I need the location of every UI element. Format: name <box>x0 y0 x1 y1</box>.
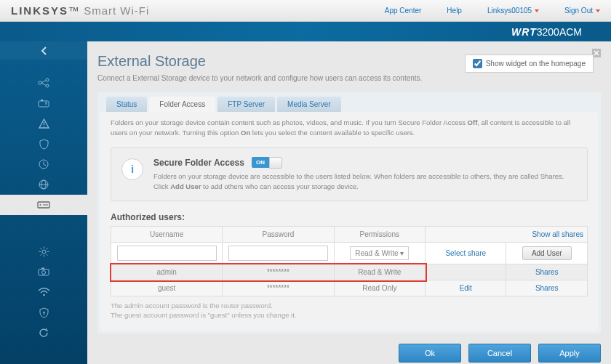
authorized-users-title: Authorized users: <box>111 212 588 222</box>
row-edit <box>426 264 506 280</box>
row-username: guest <box>111 280 223 296</box>
nav-help[interactable]: Help <box>447 7 462 15</box>
svg-rect-31 <box>41 268 44 270</box>
model-number: 3200ACM <box>537 26 582 38</box>
info-icon: i <box>121 158 143 180</box>
svg-point-32 <box>43 294 45 296</box>
new-password-input[interactable] <box>228 246 328 261</box>
row-shares-link[interactable]: Shares <box>535 268 559 276</box>
page-description: Connect a External Storage device to you… <box>97 74 601 82</box>
svg-point-10 <box>43 126 44 127</box>
brand: LINKSYS™ Smart Wi-Fi <box>11 4 149 17</box>
brand-light: Smart Wi-Fi <box>84 4 149 17</box>
model-name: WRT3200ACM <box>511 26 582 38</box>
svg-line-3 <box>41 81 46 84</box>
caret-down-icon <box>596 9 600 12</box>
tab-status[interactable]: Status <box>106 97 147 112</box>
folder-access-description: Folders on your storage device contain c… <box>111 118 588 139</box>
nav-account[interactable]: Linksys00105 <box>487 7 539 15</box>
nav-signout[interactable]: Sign Out <box>564 7 600 15</box>
sidebar <box>0 41 87 364</box>
svg-point-2 <box>46 84 49 87</box>
footer-notes: The admin account password is the router… <box>111 301 588 320</box>
row-edit-link[interactable]: Edit <box>460 284 472 292</box>
tab-media-server[interactable]: Media Server <box>277 97 340 112</box>
sidebar-item-clock[interactable] <box>0 154 87 174</box>
top-bar: LINKSYS™ Smart Wi-Fi App Center Help Lin… <box>0 0 611 22</box>
sidebar-item-alert[interactable] <box>0 113 87 134</box>
note-guest: The guest account password is "guest" un… <box>111 310 588 320</box>
header-bar: WRT3200ACM <box>0 22 611 41</box>
nav-account-label: Linksys00105 <box>487 7 532 15</box>
row-username: admin <box>111 264 223 280</box>
tab-folder-access[interactable]: Folder Access <box>149 97 215 112</box>
svg-rect-6 <box>41 100 43 101</box>
sidebar-item-storage[interactable] <box>0 195 87 215</box>
cancel-button[interactable]: Cancel <box>468 344 531 363</box>
sidebar-item-shield[interactable] <box>0 134 87 154</box>
show-all-shares[interactable]: Show all shares <box>426 227 588 243</box>
svg-line-26 <box>46 254 47 255</box>
toggle-on-label: ON <box>252 157 269 168</box>
tab-ftp-server[interactable]: FTP Server <box>217 97 275 112</box>
sidebar-item-globe[interactable] <box>0 174 87 195</box>
sidebar-item-camera[interactable] <box>0 262 87 282</box>
svg-point-0 <box>39 81 41 84</box>
secure-folder-box: i Secure Folder Access ON Folders on you… <box>111 147 588 202</box>
chevron-down-icon: ▾ <box>400 249 404 257</box>
sidebar-item-settings[interactable] <box>0 241 87 262</box>
svg-line-13 <box>44 164 46 166</box>
svg-point-33 <box>43 311 44 312</box>
svg-line-4 <box>41 83 46 86</box>
secure-folder-desc: Folders on your storage device are acces… <box>153 171 577 193</box>
svg-point-20 <box>42 250 46 254</box>
button-row: Ok Cancel Apply <box>97 344 601 363</box>
row-shares-link[interactable]: Shares <box>535 284 559 292</box>
select-share-link[interactable]: Select share <box>445 249 486 257</box>
sidebar-item-wifi[interactable] <box>0 282 87 302</box>
svg-point-18 <box>40 204 41 206</box>
row-permission: Read Only <box>334 280 425 296</box>
nav-signout-label: Sign Out <box>564 7 593 15</box>
row-password: ******** <box>223 280 334 296</box>
sidebar-item-network[interactable] <box>0 73 87 93</box>
col-permissions: Permissions <box>334 227 425 243</box>
back-button[interactable] <box>0 41 87 60</box>
sidebar-item-devices[interactable] <box>0 93 87 113</box>
sidebar-item-refresh[interactable] <box>0 323 87 343</box>
svg-line-27 <box>46 248 47 249</box>
svg-point-30 <box>42 271 46 275</box>
homepage-widget-checkbox[interactable]: Show widget on the homepage <box>465 54 594 73</box>
svg-line-28 <box>40 254 41 255</box>
svg-point-1 <box>46 78 49 81</box>
add-user-button[interactable]: Add User <box>522 246 572 260</box>
svg-line-25 <box>40 248 41 249</box>
sidebar-item-security[interactable] <box>0 302 87 323</box>
brand-bold: LINKSYS <box>11 4 68 17</box>
tab-container: Status Folder Access FTP Server Media Se… <box>97 92 601 333</box>
homepage-widget-input[interactable] <box>473 59 482 68</box>
tab-body: Folders on your storage device contain c… <box>100 112 598 331</box>
new-permission-select[interactable]: Read & Write ▾ <box>350 246 409 260</box>
col-username: Username <box>111 227 223 243</box>
users-table: Username Password Permissions Show all s… <box>111 226 588 296</box>
secure-folder-title: Secure Folder Access <box>153 158 244 168</box>
toggle-knob <box>269 157 282 169</box>
model-prefix: WRT <box>511 26 537 38</box>
row-permission: Read & Write <box>334 264 425 280</box>
content-area: External Storage Show widget on the home… <box>87 41 611 364</box>
tabs: Status Folder Access FTP Server Media Se… <box>100 97 598 112</box>
col-password: Password <box>223 227 334 243</box>
secure-folder-toggle[interactable]: ON <box>252 157 282 169</box>
new-username-input[interactable] <box>117 246 217 261</box>
nav-app-center[interactable]: App Center <box>385 7 422 15</box>
ok-button[interactable]: Ok <box>399 344 461 363</box>
note-admin: The admin account password is the router… <box>111 301 588 310</box>
homepage-widget-label: Show widget on the homepage <box>486 60 586 68</box>
caret-down-icon <box>535 9 539 12</box>
row-password: ******** <box>223 264 334 280</box>
apply-button[interactable]: Apply <box>538 344 601 363</box>
